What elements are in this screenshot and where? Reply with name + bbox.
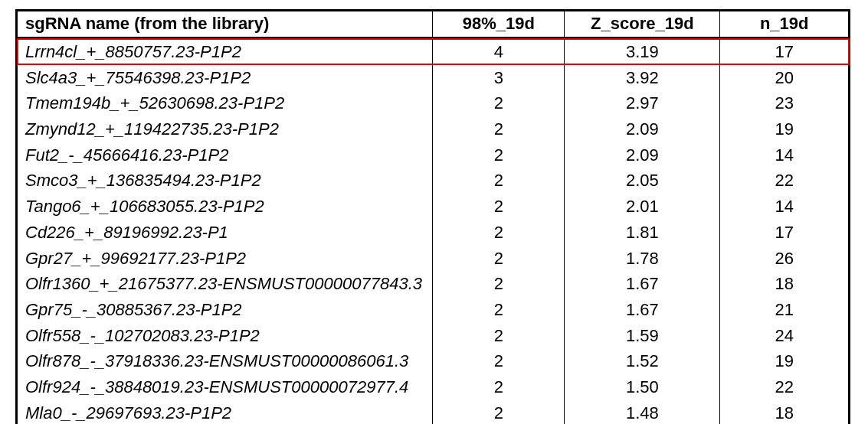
cell-98pct: 2 [433, 374, 565, 400]
cell-n: 22 [720, 374, 850, 400]
cell-98pct: 2 [433, 323, 565, 349]
cell-zscore: 2.01 [565, 194, 720, 220]
cell-n: 17 [720, 220, 850, 246]
cell-zscore: 2.97 [565, 90, 720, 116]
table-row: Smco3_+_136835494.23-P1P222.0522 [17, 168, 850, 194]
cell-zscore: 2.09 [565, 142, 720, 168]
table-row: Olfr1360_+_21675377.23-ENSMUST0000007784… [17, 271, 850, 297]
cell-n: 14 [720, 142, 850, 168]
cell-n: 24 [720, 323, 850, 349]
cell-98pct: 2 [433, 142, 565, 168]
cell-n: 19 [720, 116, 850, 142]
header-n: n_19d [720, 11, 850, 38]
cell-zscore: 3.19 [565, 38, 720, 65]
cell-name: Tango6_+_106683055.23-P1P2 [17, 194, 433, 220]
table-body: Lrrn4cl_+_8850757.23-P1P243.1917Slc4a3_+… [17, 38, 850, 425]
cell-name: Gpr27_+_99692177.23-P1P2 [17, 246, 433, 272]
cell-98pct: 2 [433, 220, 565, 246]
cell-n: 14 [720, 194, 850, 220]
table-row: Tango6_+_106683055.23-P1P222.0114 [17, 194, 850, 220]
cell-n: 21 [720, 297, 850, 323]
cell-zscore: 1.78 [565, 246, 720, 272]
cell-98pct: 3 [433, 65, 565, 91]
cell-zscore: 2.05 [565, 168, 720, 194]
cell-name: Smco3_+_136835494.23-P1P2 [17, 168, 433, 194]
table-row: Mla0_-_29697693.23-P1P221.4818 [17, 400, 850, 424]
cell-n: 18 [720, 400, 850, 424]
cell-98pct: 2 [433, 194, 565, 220]
cell-n: 22 [720, 168, 850, 194]
table-row: Tmem194b_+_52630698.23-P1P222.9723 [17, 90, 850, 116]
table-row: Zmynd12_+_119422735.23-P1P222.0919 [17, 116, 850, 142]
cell-name: Lrrn4cl_+_8850757.23-P1P2 [17, 38, 433, 65]
cell-name: Olfr1360_+_21675377.23-ENSMUST0000007784… [17, 271, 433, 297]
cell-zscore: 1.48 [565, 400, 720, 424]
cell-98pct: 2 [433, 168, 565, 194]
cell-98pct: 2 [433, 90, 565, 116]
table-row: Olfr558_-_102702083.23-P1P221.5924 [17, 323, 850, 349]
cell-98pct: 2 [433, 400, 565, 424]
table-row: Olfr924_-_38848019.23-ENSMUST00000072977… [17, 374, 850, 400]
header-98pct: 98%_19d [433, 11, 565, 38]
cell-name: Slc4a3_+_75546398.23-P1P2 [17, 65, 433, 91]
cell-n: 19 [720, 348, 850, 374]
cell-name: Olfr924_-_38848019.23-ENSMUST00000072977… [17, 374, 433, 400]
cell-n: 26 [720, 246, 850, 272]
cell-98pct: 2 [433, 271, 565, 297]
cell-name: Mla0_-_29697693.23-P1P2 [17, 400, 433, 424]
cell-zscore: 1.81 [565, 220, 720, 246]
table-row: Gpr27_+_99692177.23-P1P221.7826 [17, 246, 850, 272]
cell-n: 18 [720, 271, 850, 297]
cell-zscore: 3.92 [565, 65, 720, 91]
cell-name: Gpr75_-_30885367.23-P1P2 [17, 297, 433, 323]
table-header-row: sgRNA name (from the library) 98%_19d Z_… [17, 11, 850, 38]
sgrna-table: sgRNA name (from the library) 98%_19d Z_… [15, 9, 850, 424]
table-row: Lrrn4cl_+_8850757.23-P1P243.1917 [17, 38, 850, 65]
table-row: Fut2_-_45666416.23-P1P222.0914 [17, 142, 850, 168]
cell-zscore: 1.59 [565, 323, 720, 349]
table-row: Cd226_+_89196992.23-P121.8117 [17, 220, 850, 246]
cell-name: Tmem194b_+_52630698.23-P1P2 [17, 90, 433, 116]
cell-name: Fut2_-_45666416.23-P1P2 [17, 142, 433, 168]
cell-n: 17 [720, 38, 850, 65]
table-row: Gpr75_-_30885367.23-P1P221.6721 [17, 297, 850, 323]
cell-98pct: 2 [433, 297, 565, 323]
cell-zscore: 1.67 [565, 297, 720, 323]
header-name: sgRNA name (from the library) [17, 11, 433, 38]
cell-zscore: 1.50 [565, 374, 720, 400]
cell-98pct: 2 [433, 116, 565, 142]
cell-name: Olfr558_-_102702083.23-P1P2 [17, 323, 433, 349]
cell-98pct: 4 [433, 38, 565, 65]
cell-name: Cd226_+_89196992.23-P1 [17, 220, 433, 246]
cell-zscore: 1.67 [565, 271, 720, 297]
cell-n: 20 [720, 65, 850, 91]
table-row: Slc4a3_+_75546398.23-P1P233.9220 [17, 65, 850, 91]
cell-zscore: 1.52 [565, 348, 720, 374]
table-row: Olfr878_-_37918336.23-ENSMUST00000086061… [17, 348, 850, 374]
cell-name: Olfr878_-_37918336.23-ENSMUST00000086061… [17, 348, 433, 374]
header-zscore: Z_score_19d [565, 11, 720, 38]
cell-98pct: 2 [433, 348, 565, 374]
cell-name: Zmynd12_+_119422735.23-P1P2 [17, 116, 433, 142]
cell-98pct: 2 [433, 246, 565, 272]
cell-n: 23 [720, 90, 850, 116]
table-container: sgRNA name (from the library) 98%_19d Z_… [0, 0, 868, 424]
cell-zscore: 2.09 [565, 116, 720, 142]
